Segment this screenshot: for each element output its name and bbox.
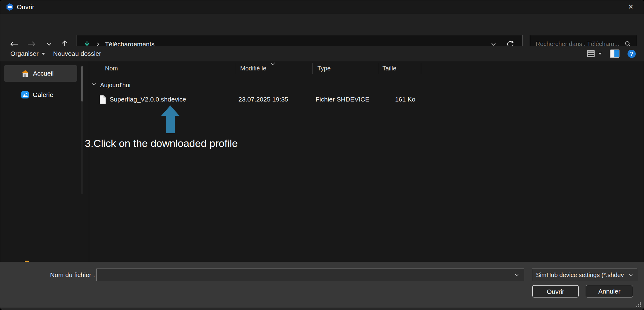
column-separator[interactable] (235, 63, 235, 74)
command-toolbar: Organiser Nouveau dossier ? (0, 46, 644, 61)
preview-pane-icon[interactable] (610, 49, 620, 58)
filetype-dropdown-chevron-icon[interactable] (628, 272, 634, 278)
simhub-app-icon (6, 3, 14, 11)
new-folder-label: Nouveau dossier (53, 50, 101, 57)
file-type: Fichier SHDEVICE (316, 93, 369, 106)
column-header-nom[interactable]: Nom (105, 61, 118, 75)
breadcrumb-chevron-icon (96, 42, 100, 46)
organize-menu-button[interactable]: Organiser (10, 46, 45, 61)
column-separator[interactable] (312, 63, 313, 74)
list-view-icon (587, 50, 595, 58)
column-header-modifie[interactable]: Modifié le (240, 61, 266, 75)
annotation-arrow-shaft (166, 116, 175, 133)
cancel-button[interactable]: Annuler (586, 285, 633, 298)
filename-combobox[interactable] (96, 269, 524, 281)
sidebar-item-label: Accueil (33, 70, 54, 77)
resize-grip[interactable] (635, 301, 641, 307)
navigation-chrome: Téléchargements (0, 14, 644, 46)
title-bar: Ouvrir × (0, 0, 644, 14)
group-label: Aujourd'hui (100, 80, 130, 90)
file-modified: 23.07.2025 19:35 (238, 93, 288, 106)
sidebar-divider (89, 61, 89, 262)
column-header-taille[interactable]: Taille (382, 61, 396, 75)
view-mode-button[interactable] (587, 50, 602, 58)
close-button[interactable]: × (622, 0, 640, 14)
organize-label: Organiser (10, 50, 38, 57)
help-button[interactable]: ? (628, 50, 636, 58)
filename-input[interactable] (97, 272, 514, 279)
filename-label: Nom du fichier : (46, 269, 95, 281)
annotation-arrow-head (161, 105, 179, 116)
filetype-select[interactable]: SimHub device settings (*.shdev (532, 269, 637, 281)
window-title: Ouvrir (17, 0, 34, 14)
new-folder-button[interactable]: Nouveau dossier (53, 46, 101, 61)
group-header-aujourdhui[interactable]: Aujourd'hui (0, 80, 644, 90)
filetype-selected-value: SimHub device settings (*.shdev (532, 272, 627, 279)
group-collapse-chevron-icon[interactable] (92, 83, 96, 86)
organize-caret-icon (42, 53, 45, 55)
open-file-dialog: Ouvrir × (0, 0, 644, 310)
gallery-icon (21, 91, 29, 99)
content-area: Accueil Galerie Nom Modifié le Type Tail… (0, 61, 644, 262)
file-size: 161 Ko (379, 93, 415, 106)
annotation-text: 3.Click on the downloaded profile (85, 137, 238, 149)
sort-descending-icon (270, 62, 276, 66)
column-separator[interactable] (421, 63, 421, 74)
view-mode-caret-icon (598, 53, 602, 55)
table-row[interactable]: Superflag_V2.0.0.shdevice 23.07.2025 19:… (91, 93, 548, 106)
sidebar-item-label: Galerie (33, 91, 53, 98)
toolbar-right-controls: ? (587, 46, 636, 61)
column-header-type[interactable]: Type (317, 61, 331, 75)
filename-dropdown-chevron-icon[interactable] (514, 272, 520, 278)
home-icon (21, 69, 29, 77)
footer-bottom-strip (0, 308, 644, 310)
sidebar-item-accueil[interactable]: Accueil (4, 65, 77, 82)
column-separator[interactable] (379, 63, 379, 74)
document-icon (99, 95, 106, 104)
open-button[interactable]: Ouvrir (532, 285, 579, 298)
file-name[interactable]: Superflag_V2.0.0.shdevice (110, 93, 186, 106)
